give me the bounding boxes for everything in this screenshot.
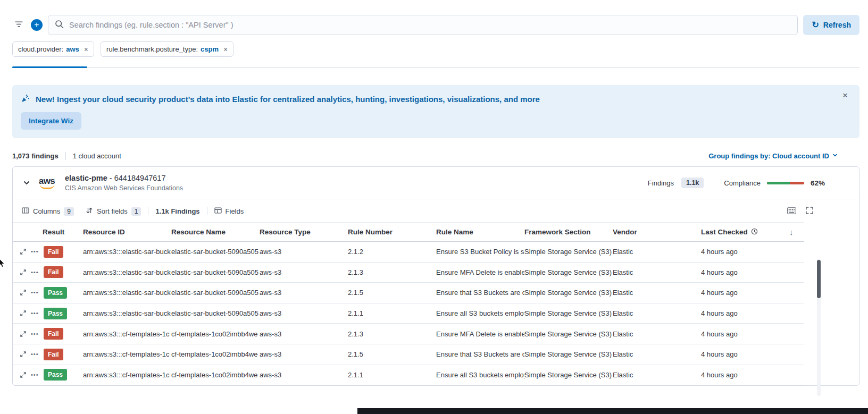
rule-number-cell: 2.1.3 <box>348 268 436 276</box>
search-bar[interactable] <box>48 15 798 35</box>
result-badge: Fail <box>44 266 63 278</box>
filter-pill-label: rule.benchmark.posture_type: <box>106 45 198 53</box>
row-controls: ••• <box>13 310 43 317</box>
account-metrics: Findings 1.1k Compliance 62% <box>648 178 825 188</box>
remove-filter-icon[interactable]: × <box>84 46 88 53</box>
result-badge: Fail <box>44 246 63 258</box>
row-actions-icon[interactable]: ••• <box>31 331 39 337</box>
filter-pill-cloud-provider[interactable]: cloud.provider: aws × <box>12 41 94 57</box>
fields-label: Fields <box>226 207 244 215</box>
findings-label: Findings <box>648 179 674 187</box>
last-checked-cell: 4 hours ago <box>701 289 789 297</box>
columns-count-badge: 9 <box>64 207 74 216</box>
table-row: ••• Pass arn:aws:s3:::elastic-sar-bucke … <box>13 283 804 303</box>
row-actions-icon[interactable]: ••• <box>31 310 39 316</box>
rule-number-cell: 2.1.1 <box>348 309 436 317</box>
table-scrollbar[interactable] <box>817 259 821 396</box>
resource-type-cell: aws-s3 <box>260 350 348 358</box>
row-controls: ••• <box>13 248 43 255</box>
filter-pills: cloud.provider: aws × rule.benchmark.pos… <box>12 41 859 57</box>
resource-name-cell: cf-templates-1co02imbb4we <box>171 350 260 358</box>
header-rule-number[interactable]: Rule Number <box>348 228 436 236</box>
filter-pill-posture-type[interactable]: rule.benchmark.posture_type: cspm × <box>101 41 233 57</box>
row-actions-icon[interactable]: ••• <box>31 351 39 357</box>
rule-name-cell: Ensure that S3 Buckets are co <box>436 350 524 358</box>
compliance-label: Compliance <box>724 179 761 187</box>
header-result[interactable]: Result <box>43 228 83 236</box>
expand-row-icon[interactable] <box>20 371 27 378</box>
refresh-button[interactable]: ↻ Refresh <box>803 15 859 35</box>
row-actions-icon[interactable]: ••• <box>31 290 39 295</box>
expand-row-icon[interactable] <box>20 248 27 255</box>
keyboard-shortcuts-icon[interactable] <box>787 207 796 216</box>
header-vendor[interactable]: Vendor <box>613 228 701 236</box>
bottom-bar <box>357 408 868 414</box>
last-checked-cell: 4 hours ago <box>701 309 789 317</box>
header-framework-section[interactable]: Framework Section <box>524 228 613 236</box>
row-controls: ••• <box>13 351 43 358</box>
remove-filter-icon[interactable]: × <box>223 46 228 53</box>
banner-text: New! Ingest your cloud security product'… <box>36 95 540 104</box>
divider <box>207 207 207 215</box>
resource-name-cell: cf-templates-1co02imbb4we <box>171 330 260 338</box>
header-resource-id[interactable]: Resource ID <box>83 228 171 236</box>
banner-close-icon[interactable]: × <box>839 90 851 100</box>
expand-row-icon[interactable] <box>20 351 27 358</box>
group-by-label: Group findings by: Cloud account ID <box>708 152 829 160</box>
group-findings-by-dropdown[interactable]: Group findings by: Cloud account ID <box>708 152 838 160</box>
filter-menu-button[interactable] <box>12 18 26 32</box>
compliance-bar-fill <box>767 182 790 184</box>
active-tab-indicator[interactable] <box>12 66 87 68</box>
resource-name-cell: elastic-sar-bucket-5090a505 <box>171 309 260 317</box>
account-separator: - <box>107 174 114 182</box>
refresh-label: Refresh <box>823 21 851 29</box>
fields-button[interactable]: Fields <box>214 207 244 216</box>
scrollbar-thumb[interactable] <box>817 260 821 298</box>
framework-section-cell: Simple Storage Service (S3) <box>524 309 613 317</box>
framework-section-cell: Simple Storage Service (S3) <box>524 371 613 379</box>
header-rule-name[interactable]: Rule Name <box>436 228 524 236</box>
row-actions-icon[interactable]: ••• <box>31 269 39 275</box>
sort-fields-button[interactable]: Sort fields 1 <box>86 207 141 216</box>
columns-icon <box>22 207 29 216</box>
expand-row-icon[interactable] <box>20 331 27 337</box>
row-actions-icon[interactable]: ••• <box>31 249 39 255</box>
vendor-cell: Elastic <box>613 289 701 297</box>
row-actions-icon[interactable]: ••• <box>31 372 39 378</box>
columns-label: Columns <box>33 207 60 215</box>
benchmark-name: CIS Amazon Web Services Foundations <box>65 184 183 192</box>
resource-id-cell: arn:aws:s3:::elastic-sar-bucke <box>83 248 171 256</box>
rule-name-cell: Ensure S3 Bucket Policy is set <box>436 248 524 256</box>
last-checked-cell: 4 hours ago <box>701 350 789 358</box>
table-row: ••• Fail arn:aws:s3:::cf-templates-1c cf… <box>13 324 804 344</box>
search-input[interactable] <box>68 20 791 30</box>
clock-icon <box>751 228 758 236</box>
columns-button[interactable]: Columns 9 <box>22 207 74 216</box>
resource-name-cell: elastic-sar-bucket-5090a505 <box>171 268 260 276</box>
sort-direction-button[interactable]: ↓ <box>789 227 804 236</box>
row-controls: ••• <box>13 269 43 276</box>
expand-row-icon[interactable] <box>20 269 27 276</box>
resource-type-cell: aws-s3 <box>260 248 348 256</box>
resource-name-cell: elastic-sar-bucket-5090a505 <box>171 289 260 297</box>
fullscreen-icon[interactable] <box>806 207 813 216</box>
expand-row-icon[interactable] <box>20 289 27 296</box>
table-row: ••• Fail arn:aws:s3:::elastic-sar-bucke … <box>13 242 804 263</box>
aws-logo: aws <box>37 177 56 189</box>
account-accordion-header[interactable]: aws elastic-pme - 644184947617 CIS Amazo… <box>13 167 859 199</box>
vendor-cell: Elastic <box>613 350 701 358</box>
header-last-checked[interactable]: Last Checked <box>701 228 789 236</box>
integrate-wiz-button[interactable]: Integrate Wiz <box>21 112 81 130</box>
header-resource-type[interactable]: Resource Type <box>260 228 348 236</box>
search-toolbar: + ↻ Refresh <box>12 15 859 35</box>
result-badge: Fail <box>44 349 63 360</box>
search-icon <box>55 20 64 30</box>
rule-number-cell: 2.1.5 <box>348 350 436 358</box>
add-filter-button[interactable]: + <box>31 19 43 31</box>
expand-row-icon[interactable] <box>20 310 27 317</box>
resource-id-cell: arn:aws:s3:::cf-templates-1c <box>83 330 171 338</box>
collapse-account-icon[interactable] <box>21 178 32 188</box>
tab-bar <box>12 66 859 68</box>
header-resource-name[interactable]: Resource Name <box>171 228 260 236</box>
sort-fields-label: Sort fields <box>97 207 128 215</box>
